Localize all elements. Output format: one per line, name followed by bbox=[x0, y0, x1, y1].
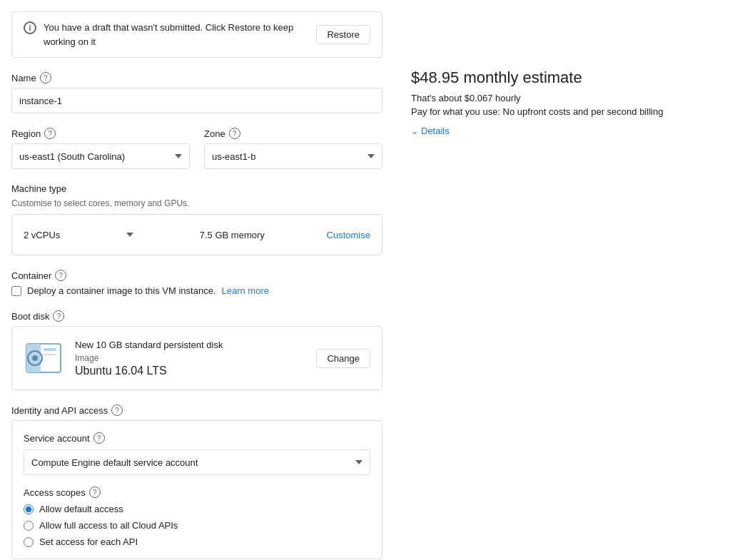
draft-banner-content: i You have a draft that wasn't submitted… bbox=[24, 21, 305, 49]
container-checkbox[interactable] bbox=[11, 286, 21, 296]
boot-disk-section: Boot disk ? New 10 GB standard persisten… bbox=[11, 310, 382, 390]
machine-type-desc: Customise to select cores, memory and GP… bbox=[11, 198, 382, 208]
details-link[interactable]: ⌄ Details bbox=[411, 126, 719, 136]
disk-title: New 10 GB standard persistent disk bbox=[75, 340, 305, 350]
access-scope-default-radio[interactable] bbox=[24, 504, 34, 514]
access-scope-full[interactable]: Allow full access to all Cloud APIs bbox=[24, 520, 370, 531]
container-checkbox-row: Deploy a container image to this VM inst… bbox=[11, 285, 382, 296]
region-help-icon[interactable]: ? bbox=[44, 128, 56, 139]
container-checkbox-label: Deploy a container image to this VM inst… bbox=[27, 285, 216, 296]
boot-disk-box: New 10 GB standard persistent disk Image… bbox=[11, 326, 382, 390]
access-scope-full-radio[interactable] bbox=[24, 521, 34, 531]
container-label: Container ? bbox=[11, 270, 382, 281]
disk-image-name: Ubuntu 16.04 LTS bbox=[75, 365, 305, 377]
identity-label: Identity and API access ? bbox=[11, 404, 382, 416]
access-scope-each-label: Set access for each API bbox=[39, 536, 138, 547]
main-panel: i You have a draft that wasn't submitted… bbox=[11, 11, 382, 560]
region-zone-group: Region ? us-east1 (South Carolina) Zone … bbox=[11, 128, 382, 169]
learn-more-link[interactable]: Learn more bbox=[221, 285, 268, 296]
boot-disk-help-icon[interactable]: ? bbox=[53, 310, 64, 322]
access-scopes-radio-group: Allow default access Allow full access t… bbox=[24, 504, 370, 547]
access-scopes-help-icon[interactable]: ? bbox=[89, 487, 101, 498]
access-scope-each[interactable]: Set access for each API bbox=[24, 536, 370, 547]
identity-help-icon[interactable]: ? bbox=[111, 404, 123, 416]
name-help-icon[interactable]: ? bbox=[40, 72, 51, 83]
machine-type-select[interactable]: 2 vCPUs bbox=[24, 222, 138, 248]
draft-text: You have a draft that wasn't submitted. … bbox=[44, 21, 305, 49]
service-account-select[interactable]: Compute Engine default service account bbox=[24, 449, 370, 475]
access-scopes-label: Access scopes ? bbox=[24, 487, 370, 498]
svg-rect-4 bbox=[44, 348, 56, 351]
machine-type-box: 2 vCPUs 7.5 GB memory Customise bbox=[11, 214, 382, 255]
name-input[interactable] bbox=[11, 88, 382, 113]
draft-banner: i You have a draft that wasn't submitted… bbox=[11, 11, 382, 58]
zone-help-icon[interactable]: ? bbox=[229, 128, 240, 139]
customise-link[interactable]: Customise bbox=[327, 230, 370, 240]
change-disk-button[interactable]: Change bbox=[316, 349, 370, 368]
info-icon: i bbox=[24, 21, 36, 34]
identity-box: Service account ? Compute Engine default… bbox=[11, 420, 382, 559]
service-account-help-icon[interactable]: ? bbox=[93, 432, 105, 444]
boot-disk-label: Boot disk ? bbox=[11, 310, 382, 322]
svg-point-3 bbox=[32, 355, 38, 361]
disk-image-label: Image bbox=[75, 353, 305, 363]
access-scope-default[interactable]: Allow default access bbox=[24, 504, 370, 514]
identity-section: Identity and API access ? Service accoun… bbox=[11, 404, 382, 559]
zone-col: Zone ? us-east1-b bbox=[204, 128, 382, 169]
container-section: Container ? Deploy a container image to … bbox=[11, 270, 382, 296]
zone-select[interactable]: us-east1-b bbox=[204, 143, 382, 169]
zone-label: Zone ? bbox=[204, 128, 382, 139]
restore-button[interactable]: Restore bbox=[316, 25, 370, 44]
details-label: Details bbox=[421, 126, 450, 136]
svg-rect-5 bbox=[44, 354, 56, 355]
access-scope-full-label: Allow full access to all Cloud APIs bbox=[39, 520, 178, 531]
name-label: Name ? bbox=[11, 72, 382, 83]
price-note: Pay for what you use: No upfront costs a… bbox=[411, 106, 719, 117]
memory-text: 7.5 GB memory bbox=[138, 230, 327, 240]
side-panel: $48.95 monthly estimate That's about $0.… bbox=[411, 11, 719, 560]
price-hourly: That's about $0.067 hourly bbox=[411, 93, 719, 103]
disk-icon bbox=[24, 338, 64, 378]
region-label: Region ? bbox=[11, 128, 190, 139]
container-help-icon[interactable]: ? bbox=[55, 270, 66, 281]
name-group: Name ? bbox=[11, 72, 382, 113]
price-estimate: $48.95 monthly estimate bbox=[411, 68, 719, 87]
region-col: Region ? us-east1 (South Carolina) bbox=[11, 128, 190, 169]
machine-type-label: Machine type bbox=[11, 183, 382, 194]
disk-info: New 10 GB standard persistent disk Image… bbox=[75, 340, 305, 377]
region-select[interactable]: us-east1 (South Carolina) bbox=[11, 143, 190, 169]
access-scope-default-label: Allow default access bbox=[39, 504, 123, 514]
machine-type-section: Machine type Customise to select cores, … bbox=[11, 183, 382, 255]
chevron-down-icon: ⌄ bbox=[411, 126, 418, 136]
service-account-label: Service account ? bbox=[24, 432, 370, 444]
access-scope-each-radio[interactable] bbox=[24, 537, 34, 547]
